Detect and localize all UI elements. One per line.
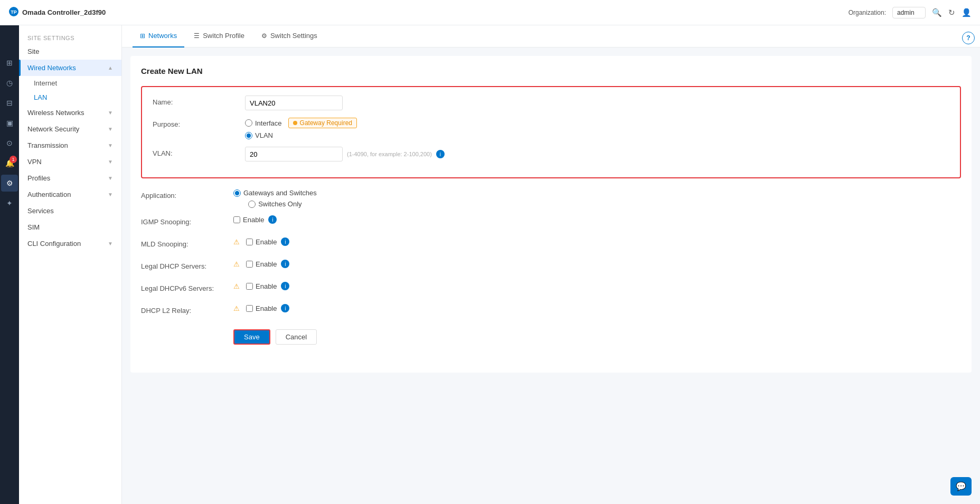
sidebar-sub-lan[interactable]: LAN xyxy=(19,90,121,104)
vlan-radio[interactable] xyxy=(245,132,252,139)
sidebar-item-wired-networks[interactable]: Wired Networks ▲ xyxy=(19,60,121,76)
legal-dhcp-enable-label[interactable]: Enable xyxy=(246,260,277,268)
sidebar-item-transmission[interactable]: Transmission ▼ xyxy=(19,137,121,154)
tab-switch-profile[interactable]: ☰ Switch Profile xyxy=(186,25,252,47)
tab-bar: ⊞ Networks ☰ Switch Profile ⚙ Switch Set… xyxy=(122,25,980,47)
switches-only-radio-label[interactable]: Switches Only xyxy=(248,200,301,208)
main-container: ⊞ ◷ ⊟ ▣ ⊙ 🔔 1 ⚙ ✦ Site Settings Site Wir… xyxy=(0,25,980,504)
tab-switch-settings[interactable]: ⚙ Switch Settings xyxy=(254,25,325,47)
name-label: Name: xyxy=(153,96,245,106)
sidebar-item-authentication[interactable]: Authentication ▼ xyxy=(19,186,121,203)
mld-label: MLD Snooping: xyxy=(141,237,233,248)
sidebar-item-transmission-label: Transmission xyxy=(27,141,68,149)
legal-dhcp-control-wrap: ⚠ Enable i xyxy=(233,260,289,268)
form-container: Create New LAN Name: Purpose: xyxy=(130,56,972,373)
save-button[interactable]: Save xyxy=(233,329,270,345)
dhcp-l2-enable-label[interactable]: Enable xyxy=(246,305,277,312)
interface-label: Interface xyxy=(255,119,282,127)
legal-dhcpv6-checkbox[interactable] xyxy=(246,283,253,290)
search-icon[interactable]: 🔍 xyxy=(932,8,942,17)
sidebar-item-sim-label: SIM xyxy=(27,223,40,231)
form-row-mld: MLD Snooping: ⚠ Enable i xyxy=(141,237,961,252)
dhcp-l2-info-icon[interactable]: i xyxy=(281,304,289,312)
sidebar-item-sim[interactable]: SIM xyxy=(19,219,121,235)
form-row-application: Application: Gateways and Switches Switc… xyxy=(141,189,961,208)
content-area: ⊞ Networks ☰ Switch Profile ⚙ Switch Set… xyxy=(122,25,980,504)
form-row-name: Name: xyxy=(153,96,949,110)
mld-control-wrap: ⚠ Enable i xyxy=(233,237,289,246)
dhcp-l2-checkbox[interactable] xyxy=(246,305,253,312)
form-row-legal-dhcpv6: Legal DHCPv6 Servers: ⚠ Enable i xyxy=(141,282,961,297)
legal-dhcp-enable-text: Enable xyxy=(256,260,277,268)
tab-networks[interactable]: ⊞ Networks xyxy=(133,25,184,47)
igmp-checkbox[interactable] xyxy=(233,216,240,223)
vlan-input-wrap: (1-4090, for example: 2-100,200) i xyxy=(245,147,445,161)
mld-checkbox[interactable] xyxy=(246,239,253,245)
chevron-down-icon-4: ▼ xyxy=(108,159,113,165)
nav-clients[interactable]: ⊙ xyxy=(1,135,18,151)
gateways-switches-radio-label[interactable]: Gateways and Switches xyxy=(233,189,317,197)
dhcp-l2-enable-text: Enable xyxy=(256,305,277,312)
sidebar-item-wireless-label: Wireless Networks xyxy=(27,109,84,117)
form-row-dhcp-l2: DHCP L2 Relay: ⚠ Enable i xyxy=(141,304,961,319)
legal-dhcp-checkbox[interactable] xyxy=(246,261,253,268)
chevron-down-icon: ▼ xyxy=(108,110,113,116)
nav-alerts[interactable]: 🔔 1 xyxy=(1,155,18,172)
nav-settings[interactable]: ⚙ xyxy=(1,175,18,192)
igmp-enable-label[interactable]: Enable xyxy=(233,216,264,224)
vlan-radio-label[interactable]: VLAN xyxy=(245,131,273,139)
networks-tab-icon: ⊞ xyxy=(140,32,145,40)
gateway-required-badge: Gateway Required xyxy=(288,118,357,128)
highlight-box: Name: Purpose: Interface xyxy=(141,86,961,178)
legal-dhcpv6-info-icon[interactable]: i xyxy=(281,282,289,290)
help-button[interactable]: ? xyxy=(962,32,975,44)
vlan-hint: (1-4090, for example: 2-100,200) xyxy=(347,151,432,157)
chat-button[interactable]: 💬 xyxy=(950,477,972,496)
vlan-input[interactable] xyxy=(245,147,343,161)
interface-radio[interactable] xyxy=(245,119,252,127)
igmp-info-icon[interactable]: i xyxy=(268,215,277,224)
nav-tools[interactable]: ✦ xyxy=(1,195,18,212)
refresh-icon[interactable]: ↻ xyxy=(948,8,955,17)
application-label: Application: xyxy=(141,189,233,199)
igmp-label: IGMP Snooping: xyxy=(141,215,233,226)
legal-dhcp-label: Legal DHCP Servers: xyxy=(141,260,233,270)
sidebar-item-profiles[interactable]: Profiles ▼ xyxy=(19,170,121,186)
vlan-purpose-label: VLAN xyxy=(255,131,273,139)
sidebar-sub-internet[interactable]: Internet xyxy=(19,76,121,90)
sidebar-item-network-security[interactable]: Network Security ▼ xyxy=(19,121,121,137)
nav-statistics[interactable]: ◷ xyxy=(1,74,18,91)
legal-dhcp-info-icon[interactable]: i xyxy=(281,260,289,268)
user-icon[interactable]: 👤 xyxy=(962,8,972,17)
tab-switch-profile-label: Switch Profile xyxy=(203,32,244,40)
dhcp-l2-label: DHCP L2 Relay: xyxy=(141,304,233,315)
form-title: Create New LAN xyxy=(141,66,961,75)
sidebar-item-services[interactable]: Services xyxy=(19,203,121,219)
form-row-legal-dhcp: Legal DHCP Servers: ⚠ Enable i xyxy=(141,260,961,274)
sidebar-item-site[interactable]: Site xyxy=(19,43,121,60)
interface-radio-label[interactable]: Interface xyxy=(245,119,282,127)
svg-text:TP: TP xyxy=(11,9,17,15)
mld-enable-label[interactable]: Enable xyxy=(246,238,277,246)
sidebar-item-vpn[interactable]: VPN ▼ xyxy=(19,154,121,170)
cancel-button[interactable]: Cancel xyxy=(276,329,317,345)
mld-info-icon[interactable]: i xyxy=(281,237,289,246)
sidebar-item-netsec-label: Network Security xyxy=(27,125,79,133)
form-row-buttons: Save Cancel xyxy=(141,329,961,345)
nav-map[interactable]: ⊟ xyxy=(1,94,18,111)
sidebar-item-services-label: Services xyxy=(27,207,54,215)
sidebar-item-cli[interactable]: CLI Configuration ▼ xyxy=(19,235,121,252)
nav-devices[interactable]: ▣ xyxy=(1,115,18,131)
sidebar-sub-internet-label: Internet xyxy=(34,79,57,87)
org-select[interactable]: admin xyxy=(892,7,926,18)
legal-dhcpv6-enable-label[interactable]: Enable xyxy=(246,282,277,290)
form-row-igmp: IGMP Snooping: Enable i xyxy=(141,215,961,230)
gateways-switches-radio[interactable] xyxy=(233,189,241,197)
name-input[interactable] xyxy=(245,96,343,110)
vlan-info-icon[interactable]: i xyxy=(436,150,445,158)
tab-networks-label: Networks xyxy=(148,32,177,40)
nav-dashboard[interactable]: ⊞ xyxy=(1,54,18,71)
sidebar-item-wireless[interactable]: Wireless Networks ▼ xyxy=(19,104,121,121)
switches-only-radio[interactable] xyxy=(248,201,256,208)
alerts-badge: 1 xyxy=(10,156,17,163)
